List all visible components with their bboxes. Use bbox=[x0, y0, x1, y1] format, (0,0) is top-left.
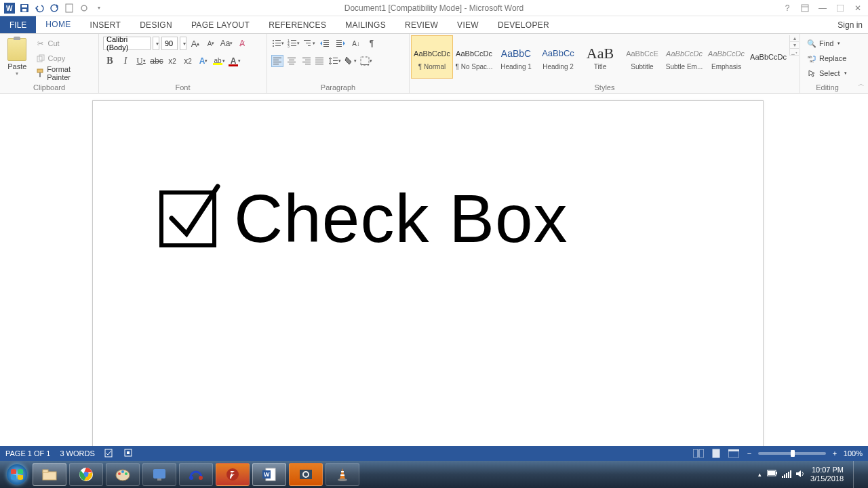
align-left-button[interactable] bbox=[271, 55, 283, 67]
tab-mailings[interactable]: MAILINGS bbox=[336, 16, 395, 33]
style-item[interactable]: AaBbCcHeading 2 bbox=[537, 35, 579, 79]
superscript-button[interactable]: x2 bbox=[181, 54, 195, 68]
cut-button[interactable]: ✂Cut bbox=[33, 37, 95, 50]
bold-button[interactable]: B bbox=[103, 54, 117, 68]
print-layout-button[interactable] bbox=[709, 448, 723, 459]
show-desktop-button[interactable] bbox=[853, 461, 861, 488]
touch-mode-icon[interactable] bbox=[77, 1, 91, 15]
taskbar-vlc[interactable] bbox=[326, 463, 359, 486]
tab-developer[interactable]: DEVELOPER bbox=[488, 16, 559, 33]
styles-expand-icon[interactable]: ⎯▾ bbox=[790, 49, 799, 56]
decrease-indent-button[interactable] bbox=[318, 37, 332, 50]
style-item[interactable]: AaBTitle bbox=[579, 35, 621, 79]
word-app-icon[interactable]: W bbox=[3, 1, 16, 15]
change-case-button[interactable]: Aa▾ bbox=[220, 37, 233, 50]
tab-file[interactable]: FILE bbox=[0, 16, 36, 33]
close-button[interactable]: ✕ bbox=[852, 2, 864, 14]
strikethrough-button[interactable]: abc bbox=[150, 54, 163, 68]
zoom-in-button[interactable]: + bbox=[830, 449, 840, 458]
show-marks-button[interactable]: ¶ bbox=[365, 37, 378, 50]
taskbar-word[interactable]: W bbox=[252, 463, 286, 486]
status-page[interactable]: PAGE 1 OF 1 bbox=[5, 449, 50, 458]
style-item[interactable]: AaBbCcDcSubtle Em... bbox=[663, 35, 705, 79]
tray-network-icon[interactable] bbox=[782, 470, 791, 479]
style-item[interactable]: AaBbCcESubtitle bbox=[621, 35, 663, 79]
font-name-dropdown-icon[interactable]: ▾ bbox=[153, 37, 159, 50]
tab-insert[interactable]: INSERT bbox=[81, 16, 131, 33]
zoom-level[interactable]: 100% bbox=[844, 449, 863, 458]
underline-button[interactable]: U▾ bbox=[134, 54, 148, 68]
borders-button[interactable]: ▾ bbox=[359, 54, 373, 68]
font-size-dropdown-icon[interactable]: ▾ bbox=[180, 37, 186, 50]
copy-button[interactable]: Copy bbox=[33, 52, 95, 65]
styles-scroll-up-icon[interactable]: ▴ bbox=[790, 35, 799, 42]
subscript-button[interactable]: x2 bbox=[165, 54, 179, 68]
highlight-button[interactable]: ab▾ bbox=[212, 54, 226, 68]
status-macro-icon[interactable] bbox=[123, 448, 133, 459]
sort-button[interactable]: A↓ bbox=[349, 37, 363, 50]
styles-scroll-down-icon[interactable]: ▾ bbox=[790, 42, 799, 49]
tab-references[interactable]: REFERENCES bbox=[259, 16, 336, 33]
tab-design[interactable]: DESIGN bbox=[130, 16, 182, 33]
font-size-combo[interactable]: 90 bbox=[161, 37, 178, 50]
text-effects-button[interactable]: A▾ bbox=[197, 54, 210, 68]
taskbar-paint[interactable] bbox=[106, 463, 140, 486]
zoom-slider[interactable] bbox=[758, 452, 826, 455]
line-spacing-button[interactable]: ▾ bbox=[328, 54, 342, 68]
ribbon-display-icon[interactable] bbox=[799, 2, 811, 14]
grow-font-button[interactable]: A▴ bbox=[189, 37, 202, 50]
italic-button[interactable]: I bbox=[119, 54, 132, 68]
help-icon[interactable]: ? bbox=[781, 2, 793, 14]
tray-expand-icon[interactable]: ▴ bbox=[758, 471, 762, 478]
align-center-button[interactable] bbox=[285, 55, 298, 67]
style-item[interactable]: AaBbCcDc bbox=[747, 35, 789, 79]
tab-page-layout[interactable]: PAGE LAYOUT bbox=[182, 16, 259, 33]
format-painter-button[interactable]: Format Painter bbox=[33, 66, 95, 80]
tab-view[interactable]: VIEW bbox=[448, 16, 488, 33]
zoom-out-button[interactable]: − bbox=[745, 449, 754, 458]
shading-button[interactable]: ▾ bbox=[344, 54, 357, 68]
bullets-button[interactable]: ▾ bbox=[271, 37, 285, 50]
new-doc-icon[interactable] bbox=[62, 1, 76, 15]
redo-icon[interactable] bbox=[47, 1, 61, 15]
taskbar-screenshot[interactable] bbox=[289, 463, 323, 486]
select-button[interactable]: Select▾ bbox=[804, 66, 850, 80]
tab-home[interactable]: HOME bbox=[36, 16, 80, 33]
read-mode-button[interactable] bbox=[692, 448, 705, 459]
sign-in-link[interactable]: Sign in bbox=[832, 16, 868, 33]
find-button[interactable]: 🔍Find▾ bbox=[804, 37, 850, 50]
tab-review[interactable]: REVIEW bbox=[395, 16, 448, 33]
numbering-button[interactable]: 123▾ bbox=[287, 37, 300, 50]
save-icon[interactable] bbox=[18, 1, 31, 15]
taskbar-explorer[interactable] bbox=[33, 463, 66, 486]
taskbar-audio[interactable] bbox=[179, 463, 213, 486]
collapse-ribbon-button[interactable]: ︿ bbox=[854, 34, 868, 93]
multilevel-list-button[interactable]: ▾ bbox=[302, 37, 316, 50]
qat-customize-icon[interactable]: ▾ bbox=[92, 1, 106, 15]
style-item[interactable]: AaBbCcDcEmphasis bbox=[705, 35, 747, 79]
align-right-button[interactable] bbox=[300, 55, 312, 67]
font-color-button[interactable]: A▾ bbox=[228, 54, 241, 68]
minimize-button[interactable]: — bbox=[816, 2, 829, 14]
style-item[interactable]: AaBbCcDc¶ Normal bbox=[411, 35, 453, 79]
document-text[interactable]: Check Box bbox=[234, 180, 568, 258]
tray-clock[interactable]: 10:07 PM 3/15/2018 bbox=[810, 466, 844, 483]
taskbar-app-generic[interactable] bbox=[142, 463, 176, 486]
checkbox-symbol[interactable] bbox=[159, 190, 216, 247]
font-name-combo[interactable]: Calibri (Body) bbox=[103, 37, 151, 50]
taskbar-chrome[interactable] bbox=[69, 463, 103, 486]
status-proofing-icon[interactable] bbox=[104, 448, 114, 459]
style-item[interactable]: AaBbCcDc¶ No Spac... bbox=[453, 35, 495, 79]
taskbar-flash[interactable] bbox=[216, 463, 250, 486]
paste-button[interactable]: Paste ▾ bbox=[4, 37, 31, 77]
undo-icon[interactable] bbox=[33, 1, 46, 15]
document-area[interactable]: Check Box bbox=[0, 94, 868, 449]
replace-button[interactable]: abacReplace bbox=[804, 52, 850, 65]
style-item[interactable]: AaBbCHeading 1 bbox=[495, 35, 537, 79]
clear-formatting-button[interactable]: A̷ bbox=[235, 37, 249, 50]
shrink-font-button[interactable]: A▾ bbox=[204, 37, 218, 50]
tray-volume-icon[interactable] bbox=[795, 470, 805, 479]
web-layout-button[interactable] bbox=[727, 448, 741, 459]
maximize-button[interactable] bbox=[834, 2, 846, 14]
align-justify-button[interactable] bbox=[314, 55, 326, 67]
